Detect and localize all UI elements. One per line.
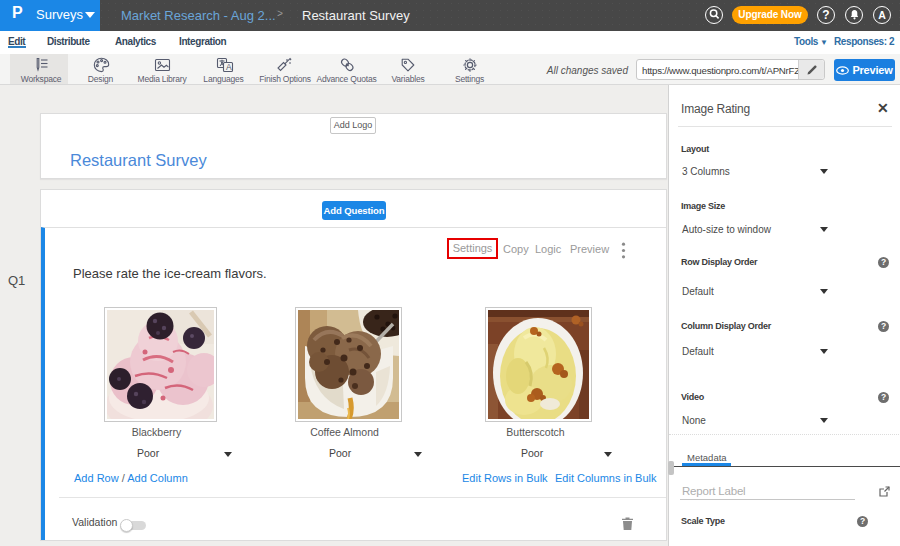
svg-text:A: A [225,62,231,72]
